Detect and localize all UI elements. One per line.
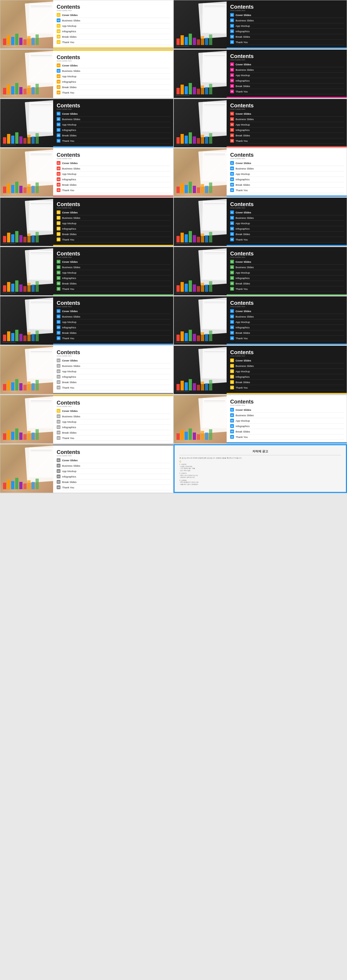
list-item: 05 Break Slides: [230, 134, 344, 137]
item-number: 04: [230, 325, 234, 329]
slide-card[interactable]: Contents Great Subtitle Here 01 Cover Sl…: [0, 345, 174, 394]
list-item: 01 Cover Slides: [57, 409, 170, 413]
list-item: 04 Infographics: [57, 276, 170, 280]
slide-card[interactable]: Contents Great Subtitle Here 01 Cover Sl…: [0, 148, 174, 197]
list-item: 03 App Mockup: [57, 270, 170, 274]
item-label: Break Slides: [236, 430, 250, 433]
slide-card[interactable]: Contents Great Subtitle Here 01 Cover Sl…: [0, 395, 174, 444]
item-number: 01: [57, 260, 60, 264]
item-label: Infographics: [62, 80, 76, 83]
list-item: 04 Infographics: [230, 227, 344, 231]
item-number: 03: [57, 270, 60, 274]
item-label: Infographics: [62, 129, 76, 132]
slide-card[interactable]: Contents Great Subtitle Here 01 Cover Sl…: [174, 247, 347, 296]
list-item: 01 Cover Slides: [57, 64, 170, 67]
item-number: 02: [57, 265, 60, 269]
item-label: Thank You: [62, 337, 74, 340]
doc-text-3: 2. 신청자격 - OO시 거주 만 19세 이상 시민 - 관련 분야 경력 …: [180, 473, 341, 479]
slide-card[interactable]: Contents Great Subtitle Here 01 Cover Sl…: [0, 197, 174, 246]
list-item: 02 Business Slides: [230, 216, 344, 220]
list-item: 06 Thank You: [57, 40, 170, 44]
item-label: Business Slides: [62, 464, 80, 467]
item-number: 04: [57, 425, 60, 429]
item-label: Business Slides: [62, 216, 80, 220]
list-item: 04 Infographics: [57, 375, 170, 379]
item-number: 02: [57, 69, 60, 73]
list-item: 03 App Mockup: [230, 221, 344, 225]
slide-card[interactable]: Contents Great Subtitle Here 01 Cover Sl…: [174, 395, 347, 444]
list-item: 06 Thank You: [230, 237, 344, 241]
contents-title: Contents: [57, 300, 170, 305]
list-item: 03 App Mockup: [57, 123, 170, 126]
item-number: 03: [230, 221, 234, 225]
item-number: 02: [230, 167, 234, 170]
contents-subtitle: Great Subtitle Here: [230, 305, 344, 307]
contents-title: Contents: [57, 152, 170, 158]
slide-card[interactable]: Contents Great Subtitle Here 01 Cover Sl…: [174, 345, 347, 394]
item-number: 04: [230, 424, 234, 428]
item-number: 04: [57, 29, 60, 33]
item-number: 05: [57, 35, 60, 38]
slide-card[interactable]: Contents Great Subtitle Here 01 Cover Sl…: [174, 197, 347, 246]
item-label: App Mockup: [62, 420, 76, 423]
list-item: 03 App Mockup: [57, 469, 170, 473]
slide-card[interactable]: Contents Great Subtitle Here 01 Cover Sl…: [0, 49, 174, 98]
item-number: 06: [230, 287, 234, 291]
item-number: 01: [230, 112, 234, 116]
slide-card[interactable]: Contents Great Subtitle Here 01 Cover Sl…: [0, 296, 174, 345]
item-number: 01: [230, 13, 234, 17]
item-number: 04: [230, 227, 234, 231]
item-label: Thank You: [62, 91, 74, 94]
item-label: Cover Slides: [62, 64, 78, 67]
list-item: 03 App Mockup: [230, 369, 344, 373]
item-label: Business Slides: [236, 167, 254, 170]
slide-card[interactable]: Contents Great Subtitle Here 01 Cover Sl…: [174, 99, 347, 148]
list-item: 06 Thank You: [57, 188, 170, 192]
list-item: 04 Infographics: [57, 227, 170, 231]
list-item: 01 Cover Slides: [57, 358, 170, 362]
contents-title: Contents: [230, 251, 344, 256]
slide-card[interactable]: Contents Great Subtitle Here 01 Cover Sl…: [174, 0, 347, 49]
item-label: Thank You: [236, 436, 248, 439]
list-item: 03 App Mockup: [230, 73, 344, 77]
list-item: 01 Cover Slides: [57, 13, 170, 17]
list-item: 06 Thank You: [230, 435, 344, 439]
list-item: 02 Business Slides: [230, 364, 344, 368]
list-item: 06 Thank You: [57, 436, 170, 440]
item-number: 02: [230, 364, 234, 368]
item-number: 06: [230, 435, 234, 439]
contents-title: Contents: [230, 399, 344, 404]
item-label: App Mockup: [236, 370, 250, 373]
slide-row: Contents Great Subtitle Here 01 Cover Sl…: [0, 0, 347, 49]
slide-card[interactable]: Contents Great Subtitle Here 01 Cover Sl…: [174, 49, 347, 98]
list-item: 03 App Mockup: [57, 172, 170, 176]
slide-card[interactable]: Contents Great Subtitle Here 01 Cover Sl…: [174, 148, 347, 197]
list-item: 06 Thank You: [230, 139, 344, 143]
item-label: App Mockup: [62, 470, 76, 473]
item-number: 03: [230, 172, 234, 176]
item-number: 01: [57, 161, 60, 165]
item-number: 04: [230, 79, 234, 83]
item-label: Break Slides: [62, 431, 76, 434]
contents-subtitle: Great Subtitle Here: [230, 207, 344, 209]
slide-row: Contents Great Subtitle Here 01 Cover Sl…: [0, 395, 347, 444]
item-label: Infographics: [62, 475, 76, 478]
list-item: 04 Infographics: [230, 276, 344, 280]
slide-card[interactable]: Contents Great Subtitle Here 01 Cover Sl…: [0, 247, 174, 296]
item-label: Break Slides: [62, 480, 76, 484]
list-item: 06 Thank You: [230, 287, 344, 291]
list-item: 04 Infographics: [57, 325, 170, 329]
list-item: 04 Infographics: [57, 80, 170, 84]
slide-card[interactable]: Contents Great Subtitle Here 01 Cover Sl…: [0, 99, 174, 148]
slide-card[interactable]: Contents Great Subtitle Here 01 Cover Sl…: [0, 0, 174, 49]
slide-card[interactable]: Contents Great Subtitle Here 01 Cover Sl…: [0, 444, 174, 493]
item-number: 05: [57, 480, 60, 484]
list-item: 01 Cover Slides: [230, 309, 344, 313]
item-label: Infographics: [236, 277, 250, 280]
slide-card-doc-preview[interactable]: 자막제 공고 본 공고는 OO시의 자막제 운영에 관한 공고입니다. 관련된 …: [174, 444, 347, 493]
item-label: Infographics: [62, 375, 76, 378]
item-number: 05: [57, 282, 60, 285]
list-item: 06 Thank You: [230, 188, 344, 192]
item-number: 05: [230, 282, 234, 285]
slide-card[interactable]: Contents Great Subtitle Here 01 Cover Sl…: [174, 296, 347, 345]
